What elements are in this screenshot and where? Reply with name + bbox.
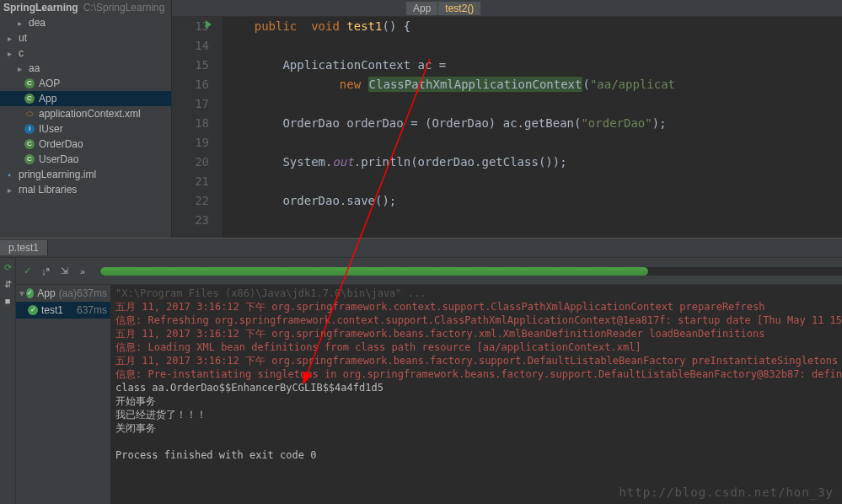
tree-item-aop[interactable]: CAOP [0,76,171,91]
tree-item-orderdao[interactable]: COrderDao [0,137,171,152]
editor: App test2() 1314151617181920212223 publi… [172,0,842,238]
test-status-bar: ✓ ↓ª ⇲ » 1 test passed – 637ms [16,258,842,285]
test-node-test1[interactable]: ✓test1637ms [16,302,110,319]
toggle-icon[interactable]: ⇵ [0,276,15,292]
crumb-class[interactable]: App [406,2,437,15]
show-passed-icon[interactable]: ✓ [19,264,35,279]
run-gutter-icon[interactable] [206,20,212,29]
expand-icon[interactable]: ⇲ [56,264,72,279]
editor-code[interactable]: public void test1() { ApplicationContext… [223,17,842,238]
more-icon[interactable]: » [75,264,90,279]
tree-item-ut[interactable]: ▸ut [0,30,171,46]
tree-item-dea[interactable]: ▸dea [0,15,171,30]
tree-item-aa[interactable]: ▸aa [0,61,171,76]
watermark: http://blog.csdn.net/hon_3y [619,485,834,499]
breadcrumb[interactable]: App test2() [172,0,842,17]
editor-gutter[interactable]: 1314151617181920212223 [172,17,223,238]
tree-item-pringlearning-iml[interactable]: ▪pringLearning.iml [0,167,171,182]
test-ok-icon: ✓ [26,288,34,298]
project-tree[interactable]: SpringLearning C:\SpringLearning ▸dea▸ut… [0,0,172,238]
tree-item-userdao[interactable]: CUserDao [0,152,171,167]
run-tab[interactable]: p.test1 [0,240,48,255]
stop-icon[interactable]: ■ [0,293,15,308]
console-output[interactable]: "X:\Program Files (x86)\Java\jdk1.7.0\bi… [110,285,842,504]
test-ok-icon: ✓ [28,305,38,315]
test-progress [100,267,842,276]
crumb-method[interactable]: test2() [438,2,480,15]
sort-icon[interactable]: ↓ª [38,264,53,279]
expand-arrow-icon[interactable]: ▾ [19,287,24,299]
run-tool-window: p.test1 ⟳ ⇵ ■ ✓ ↓ª ⇲ » 1 test passed – 6… [0,238,842,504]
tree-item-c[interactable]: ▸c [0,46,171,61]
tree-item-iuser[interactable]: IIUser [0,121,171,137]
test-tree[interactable]: ▾✓App(aa)637ms✓test1637ms [16,285,110,504]
test-node-app[interactable]: ▾✓App(aa)637ms [16,285,110,302]
rerun-icon[interactable]: ⟳ [0,260,15,275]
run-toolbar: ⟳ ⇵ ■ [0,258,16,504]
project-root[interactable]: SpringLearning C:\SpringLearning [0,0,171,15]
tree-item-rnal-libraries[interactable]: ▸rnal Libraries [0,182,171,197]
tree-item-app[interactable]: CApp [0,91,171,106]
tree-item-applicationcontext-xml[interactable]: ⬭applicationContext.xml [0,106,171,121]
